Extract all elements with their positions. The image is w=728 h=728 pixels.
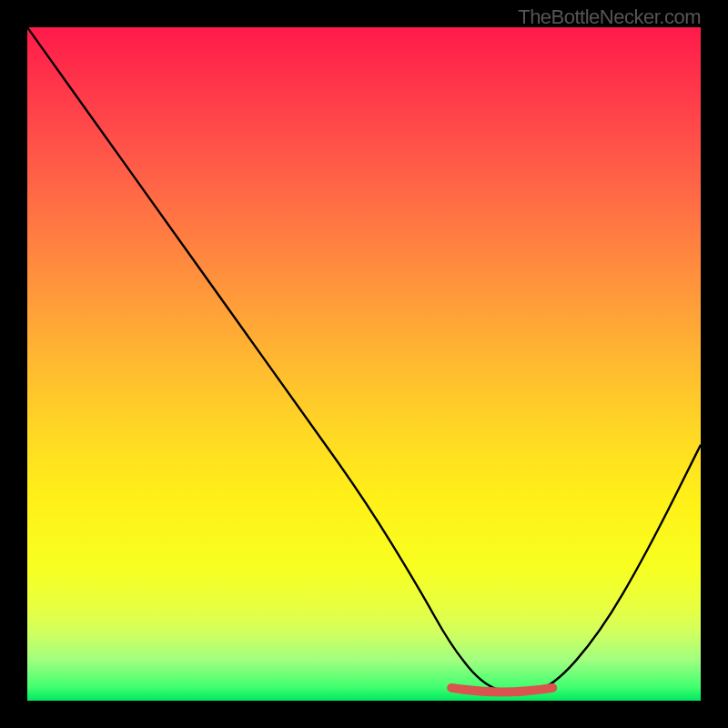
plot-area [27, 27, 701, 701]
bottleneck-chart: TheBottleNecker.com [0, 0, 728, 728]
bottleneck-curve-path [27, 27, 701, 693]
chart-svg [27, 27, 701, 701]
sweet-spot-path [451, 688, 552, 693]
watermark-text: TheBottleNecker.com [518, 5, 701, 29]
